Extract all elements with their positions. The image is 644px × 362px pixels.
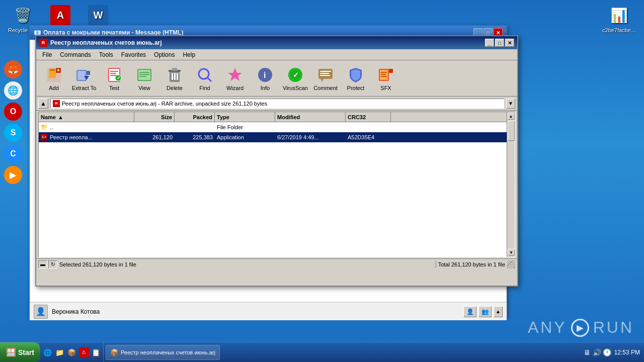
toolbar-sfx-btn[interactable]: SFX [371,63,400,94]
col-modified-label: Modified [277,114,300,120]
delete-label: Delete [167,85,183,91]
quick-ie-icon[interactable]: 🌐 [43,347,53,357]
quick-app-icon[interactable]: 📋 [91,347,101,357]
winrar-close-btn[interactable]: ✕ [505,39,514,47]
tray-volume-icon[interactable]: 🔊 [593,348,601,356]
col-name-label: Name [41,114,56,120]
svg-rect-19 [139,74,149,75]
file-cell-crc-exe: A52D35E4 [346,134,391,140]
start-label: Start [18,348,34,356]
opera-icon[interactable]: O [4,103,22,121]
skype-icon[interactable]: S [4,124,22,142]
svg-rect-38 [320,75,330,76]
menu-favorites[interactable]: Favorites [117,50,150,59]
email-expand-btn[interactable]: ▲ [494,306,503,317]
toolbar-add-btn[interactable]: + Add [39,63,68,94]
toolbar-test-btn[interactable]: ✓ Test [100,63,129,94]
toolbar-find-btn[interactable]: Find [190,63,219,94]
sfx-icon [377,66,395,84]
toolbar-extract-btn[interactable]: Extract To [69,63,99,94]
col-header-type[interactable]: Type [215,112,275,122]
desktop-icon-c2be[interactable]: 📊 c2be7facbe... [601,5,636,33]
tray-clock-icon: 🕐 [603,348,611,356]
c2be-icon: 📊 [609,5,629,25]
protect-label: Protect [347,85,365,91]
quick-security-icon[interactable]: ⚠ [79,347,89,357]
scroll-down-btn[interactable]: ▼ [508,249,515,256]
chrome-icon[interactable]: 🌐 [4,81,22,100]
resize-handle[interactable] [507,260,515,268]
author-actions: 👤 👥 ▲ [463,306,503,317]
protect-icon [347,66,365,84]
author-action-btn-1[interactable]: 👤 [463,306,476,317]
status-icons: ▬ ↻ [38,260,57,268]
view-label: View [138,85,150,91]
toolbar-virusscan-btn[interactable]: ✓ VirusScan [281,63,310,94]
toolbar-info-btn[interactable]: i Info [251,63,280,94]
comment-label: Comment [313,85,338,91]
winrar-maximize-btn[interactable]: □ [495,39,504,47]
toolbar-delete-btn[interactable]: Delete [160,63,189,94]
file-row-exe[interactable]: EX Реестр неопла... 261,120 225,383 Appl… [39,132,515,142]
addr-rar-icon: R [53,100,60,107]
addressbar-back-btn[interactable]: ▲ [38,99,48,109]
author-avatar: 👤 [34,305,48,319]
addressbar-field: R Реестр неоплаченых счетов июнь.arj - R… [50,99,504,109]
scroll-up-btn[interactable]: ▲ [508,113,515,120]
menu-commands[interactable]: Commands [56,50,95,59]
file-row-parent[interactable]: 📁 .. File Folder [39,122,515,132]
winrar-window: R Реестр неоплаченых счетов июнь.arj _ □… [35,35,518,287]
scroll-thumb[interactable] [508,121,515,141]
svg-text:✓: ✓ [117,75,121,80]
anyrun-watermark: ANY ▶ RUN [528,318,634,337]
toolbar-comment-btn[interactable]: Comment [311,63,340,94]
menu-options[interactable]: Options [150,50,179,59]
toolbar-protect-btn[interactable]: Protect [341,63,370,94]
status-icon-2: ↻ [48,260,57,268]
menu-tools[interactable]: Tools [95,50,117,59]
toolbar-view-btn[interactable]: View [130,63,159,94]
quick-winrar-icon[interactable]: 📦 [67,347,77,357]
extract-label: Extract To [72,85,97,91]
svg-marker-7 [87,71,90,75]
winrar-title-text: Реестр неоплаченых счетов июнь.arj [50,39,482,46]
menu-file[interactable]: File [38,50,56,59]
test-icon: ✓ [105,66,123,84]
file-cell-name-parent: 📁 .. [39,124,134,130]
ccleaner-icon[interactable]: C [4,145,22,163]
taskbar-item-winrar[interactable]: 📦 Реестр неоплаченых счетов июнь.arj [106,345,220,360]
toolbar-wizard-btn[interactable]: Wizard [220,63,250,94]
winrar-menubar: File Commands Tools Favorites Options He… [36,49,517,60]
svg-rect-44 [381,76,387,77]
winrar-toolbar: + Add Extract To [36,60,517,97]
col-header-packed[interactable]: Packed [175,112,215,122]
c2be-label: c2be7facbe... [602,27,635,33]
winrar-minimize-btn[interactable]: _ [485,39,494,47]
filelist-scrollbar[interactable]: ▲ ▼ [507,112,515,257]
find-label: Find [199,85,210,91]
menu-help[interactable]: Help [179,50,199,59]
winrar-filelist: Name ▲ Size Packed Type Modified CRC32 [38,112,515,257]
col-header-crc[interactable]: CRC32 [346,112,391,122]
file-cell-size-exe: 261,120 [134,134,175,140]
taskbar-tray: 🖥 🔊 🕐 12:53 PM [579,348,644,356]
comment-icon [316,66,335,84]
firefox-icon[interactable]: 🦊 [4,60,22,78]
vlc-icon[interactable]: ▶ [4,166,22,184]
file-cell-type-exe: Application [215,134,275,140]
col-header-name[interactable]: Name ▲ [39,112,134,122]
svg-marker-29 [228,68,242,81]
tray-network-icon[interactable]: 🖥 [583,348,591,356]
col-crc-label: CRC32 [348,114,366,120]
author-action-btn-2[interactable]: 👥 [478,306,492,317]
col-header-modified[interactable]: Modified [275,112,346,122]
wizard-label: Wizard [226,85,244,91]
start-button[interactable]: 🪟 Start [0,342,41,362]
addressbar-dropdown[interactable]: ▼ [506,99,515,109]
file-cell-packed-exe: 225,383 [175,134,215,140]
svg-rect-42 [381,72,387,73]
status-total-text: Total 261,120 bytes in 1 file [438,261,505,267]
winrar-title-controls: _ □ ✕ [485,39,514,47]
quick-folder-icon[interactable]: 📁 [55,347,65,357]
col-header-size[interactable]: Size [134,112,175,122]
